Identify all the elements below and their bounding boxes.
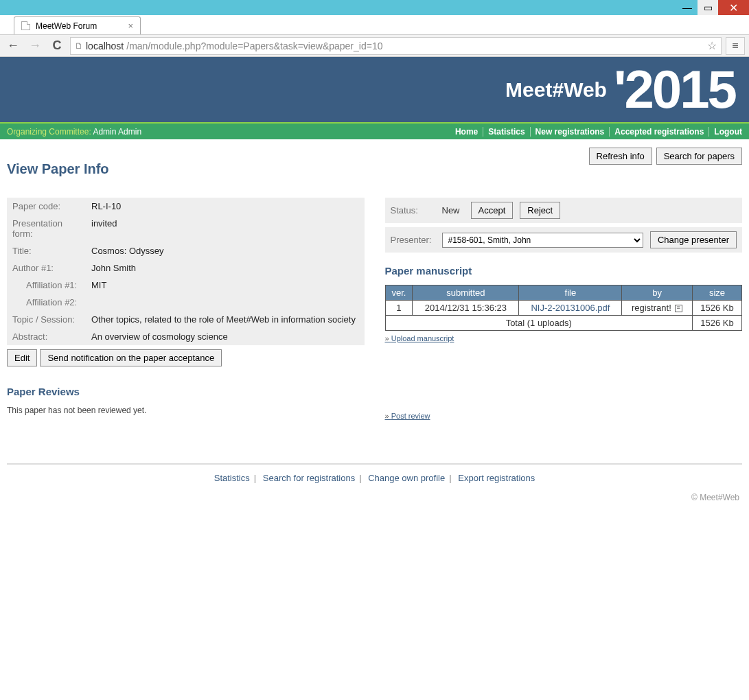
nav-logout[interactable]: Logout xyxy=(709,127,742,137)
manuscript-total-row: Total (1 uploads) 1526 Kb xyxy=(385,316,742,331)
window-titlebar: — ▭ ✕ xyxy=(0,0,749,15)
affiliation1-label: Affiliation #1: xyxy=(7,277,86,294)
reject-button[interactable]: Reject xyxy=(520,202,560,219)
col-file: file xyxy=(519,285,622,301)
col-by: by xyxy=(622,285,693,301)
post-review-link[interactable]: Post review xyxy=(385,412,430,420)
no-reviews-text: This paper has not been reviewed yet. xyxy=(7,406,365,415)
window-close-button[interactable]: ✕ xyxy=(718,0,749,15)
refresh-info-button[interactable]: Refresh info xyxy=(589,148,652,165)
affiliation1-value: MIT xyxy=(86,277,365,294)
paper-code-label: Paper code: xyxy=(7,198,86,215)
reviews-title: Paper Reviews xyxy=(7,386,365,397)
browser-menu-button[interactable]: ≡ xyxy=(726,37,745,55)
abstract-value: An overview of cosmology science xyxy=(86,328,365,345)
forward-button[interactable]: → xyxy=(26,37,44,55)
topic-value: Other topics, related to the role of Mee… xyxy=(86,311,365,328)
cell-file[interactable]: NIJ-2-20131006.pdf xyxy=(519,301,622,316)
address-bar[interactable]: 🗋 localhost/man/module.php?module=Papers… xyxy=(70,37,722,55)
presenter-row: Presenter: #158-601, Smith, John Change … xyxy=(385,227,743,253)
browser-toolbar: ← → C 🗋 localhost/man/module.php?module=… xyxy=(0,34,749,57)
manuscript-row: 1 2014/12/31 15:36:23 NIJ-2-20131006.pdf… xyxy=(385,301,742,316)
change-presenter-button[interactable]: Change presenter xyxy=(650,231,737,248)
paper-code-value: RL-I-10 xyxy=(86,198,365,215)
footer-search-registrations[interactable]: Search for registrations xyxy=(263,473,355,483)
nav-bar: Organizing Committee: Admin Admin Home S… xyxy=(0,122,749,139)
tab-title: MeetWeb Forum xyxy=(36,21,97,31)
browser-tab[interactable]: MeetWeb Forum × xyxy=(14,16,141,34)
cell-size: 1526 Kb xyxy=(692,301,741,316)
manuscript-table: ver. submitted file by size 1 2014/12/31… xyxy=(385,285,743,331)
page-icon xyxy=(21,21,30,30)
total-size: 1526 Kb xyxy=(692,316,741,331)
site-icon: 🗋 xyxy=(75,41,83,51)
search-papers-button[interactable]: Search for papers xyxy=(656,148,742,165)
committee-label: Organizing Committee: xyxy=(7,127,91,137)
col-size: size xyxy=(692,285,741,301)
detail-icon[interactable] xyxy=(675,305,682,312)
cell-ver: 1 xyxy=(385,301,413,316)
send-notification-button[interactable]: Send notification on the paper acceptanc… xyxy=(40,349,222,366)
nav-accepted-registrations[interactable]: Accepted registrations xyxy=(610,127,709,137)
col-submitted: submitted xyxy=(413,285,519,301)
site-banner: Meet#Web '2015 xyxy=(0,57,749,122)
nav-home[interactable]: Home xyxy=(450,127,483,137)
presenter-label: Presenter: xyxy=(391,235,435,245)
upload-manuscript-link[interactable]: Upload manuscript xyxy=(385,334,454,342)
presentation-form-label: Presentation form: xyxy=(7,215,86,242)
tab-close-icon[interactable]: × xyxy=(128,21,133,31)
nav-new-registrations[interactable]: New registrations xyxy=(531,127,610,137)
paper-info-table: Paper code:RL-I-10 Presentation form:inv… xyxy=(7,198,365,345)
url-host: localhost xyxy=(86,40,124,51)
presenter-select[interactable]: #158-601, Smith, John xyxy=(442,233,643,248)
status-label: Status: xyxy=(391,205,435,215)
title-label: Title: xyxy=(7,242,86,259)
minimize-button[interactable]: — xyxy=(677,0,698,15)
accept-button[interactable]: Accept xyxy=(471,202,514,219)
author-label: Author #1: xyxy=(7,259,86,277)
footer-export-registrations[interactable]: Export registrations xyxy=(458,473,535,483)
presentation-form-value: invited xyxy=(86,215,365,242)
copyright: © Meet#Web xyxy=(7,493,742,502)
nav-statistics[interactable]: Statistics xyxy=(483,127,530,137)
cell-by: registrant! xyxy=(622,301,693,316)
back-button[interactable]: ← xyxy=(4,37,22,55)
cell-submitted: 2014/12/31 15:36:23 xyxy=(413,301,519,316)
title-value: Cosmos: Odyssey xyxy=(86,242,365,259)
manuscript-title: Paper manuscript xyxy=(385,265,743,277)
banner-year: '2015 xyxy=(614,58,735,121)
reload-button[interactable]: C xyxy=(48,37,66,55)
affiliation2-value xyxy=(86,294,365,311)
bookmark-star-icon[interactable]: ☆ xyxy=(707,39,717,52)
author-value: John Smith xyxy=(86,259,365,277)
footer-divider xyxy=(7,463,742,465)
status-row: Status: New Accept Reject xyxy=(385,198,743,223)
abstract-label: Abstract: xyxy=(7,328,86,345)
committee-user: Admin Admin xyxy=(91,127,141,137)
footer-change-profile[interactable]: Change own profile xyxy=(368,473,445,483)
maximize-button[interactable]: ▭ xyxy=(698,0,718,15)
banner-brand: Meet#Web xyxy=(505,78,607,102)
footer-statistics[interactable]: Statistics xyxy=(214,473,250,483)
edit-button[interactable]: Edit xyxy=(7,349,37,366)
status-value: New xyxy=(442,205,460,215)
committee-info: Organizing Committee: Admin Admin xyxy=(7,127,141,137)
browser-tabstrip: MeetWeb Forum × xyxy=(0,15,749,34)
col-ver: ver. xyxy=(385,285,413,301)
url-path: /man/module.php?module=Papers&task=view&… xyxy=(126,40,382,51)
total-label: Total (1 uploads) xyxy=(385,316,692,331)
topic-label: Topic / Session: xyxy=(7,311,86,328)
affiliation2-label: Affiliation #2: xyxy=(7,294,86,311)
footer-links: Statistics| Search for registrations| Ch… xyxy=(7,473,742,483)
